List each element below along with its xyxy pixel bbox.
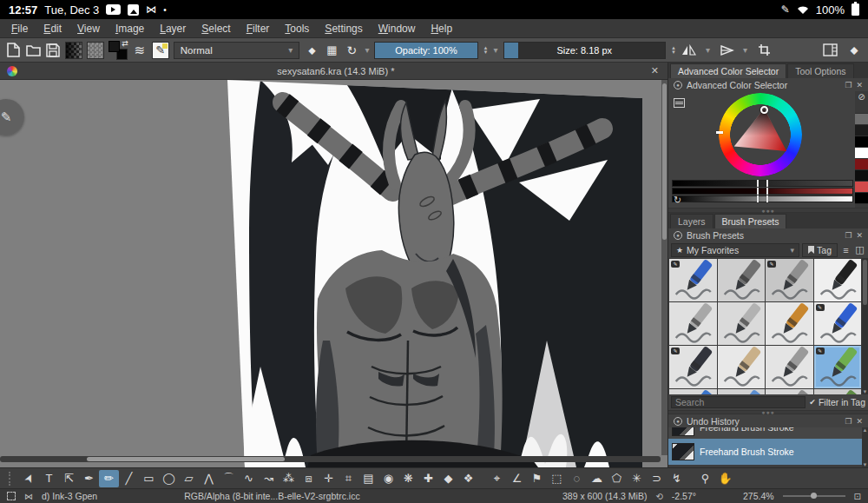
menu-window[interactable]: Window — [371, 21, 424, 36]
select-shapes-tool[interactable]: ➤ — [19, 470, 39, 487]
tab-layers[interactable]: Layers — [670, 214, 713, 228]
brush-preset-thumbnail[interactable] — [814, 259, 862, 301]
polygon-tool[interactable]: ▱ — [179, 470, 199, 487]
close-docker-icon[interactable]: ✕ — [856, 231, 863, 240]
fit-page-icon[interactable]: ⊡ — [854, 492, 861, 501]
edit-shapes-tool[interactable]: ⇱ — [59, 470, 79, 487]
transform-tool[interactable]: ⧈ — [299, 470, 319, 487]
dropdown-handle-icon[interactable]: ▾ — [492, 45, 498, 55]
smart-patch-tool[interactable]: ✚ — [418, 470, 438, 487]
tab-tool-options[interactable]: Tool Options — [787, 63, 853, 78]
magnetic-selection-tool[interactable]: ↯ — [667, 470, 687, 487]
menu-help[interactable]: Help — [423, 21, 460, 36]
docker-lock-icon[interactable]: ● — [674, 81, 682, 89]
filter-in-tag-checkbox[interactable]: ✔ Filter in Tag — [809, 397, 865, 407]
assistants-tool[interactable]: ⌖ — [487, 470, 507, 487]
menu-filter[interactable]: Filter — [239, 21, 278, 36]
toolbox-drag-handle[interactable] — [9, 472, 14, 486]
brush-preset-thumbnail[interactable] — [766, 346, 813, 388]
docker-lock-icon[interactable]: ● — [674, 231, 682, 240]
fill-tool[interactable]: ◆ — [438, 470, 458, 487]
size-spinner[interactable]: ▲▼ — [671, 46, 676, 55]
pan-tool[interactable]: ✋ — [715, 470, 735, 487]
save-document-button[interactable] — [45, 42, 61, 59]
dropdown-handle-icon[interactable]: ▾ — [705, 45, 711, 55]
eraser-mode-button[interactable]: ⬥ — [304, 42, 319, 59]
dropdown-handle-icon[interactable]: ▾ — [364, 45, 370, 55]
text-tool[interactable]: T — [39, 470, 59, 487]
float-docker-icon[interactable]: ❐ — [845, 417, 852, 426]
tab-brush-presets[interactable]: Brush Presets — [714, 214, 787, 228]
canvas-vertical-scrollbar[interactable] — [661, 80, 667, 455]
workspace-chooser-button[interactable] — [821, 42, 838, 59]
mirror-vertical-button[interactable] — [718, 42, 735, 59]
refresh-colors-icon[interactable]: ↻ — [674, 195, 681, 206]
foreground-background-colors-button[interactable]: ⇄ — [108, 41, 128, 60]
document-tab[interactable]: sexysatan6.kra (14.3 MiB) * ✕ — [0, 63, 667, 80]
zoom-level-value[interactable]: 275.4% — [743, 491, 774, 501]
menu-view[interactable]: View — [69, 21, 108, 36]
blending-mode-dropdown[interactable]: Normal ▾ — [174, 42, 300, 59]
selection-mode-icon[interactable]: ⋈ — [24, 492, 33, 501]
history-swatch[interactable] — [855, 148, 868, 159]
freehand-selection-tool[interactable]: ☁ — [587, 470, 607, 487]
history-swatch[interactable] — [855, 193, 868, 204]
selection-display-icon[interactable] — [7, 492, 16, 500]
reference-images-tool[interactable]: ⚑ — [527, 470, 547, 487]
opacity-slider[interactable]: Opacity: 100% — [374, 42, 477, 59]
tag-filter-dropdown[interactable]: ★ My Favorites ▾ — [671, 243, 799, 257]
rotation-icon[interactable]: ⟲ — [655, 492, 662, 501]
freehand-brush-tool[interactable]: ✏ — [99, 470, 119, 487]
rectangle-tool[interactable]: ▭ — [139, 470, 159, 487]
canvas-horizontal-scrollbar[interactable] — [0, 456, 661, 462]
enclose-fill-tool[interactable]: ❖ — [458, 470, 478, 487]
mirror-horizontal-button[interactable] — [681, 42, 698, 59]
crop-tool[interactable]: ⌗ — [339, 470, 358, 487]
elliptical-selection-tool[interactable]: ◌ — [567, 470, 587, 487]
pattern-chooser-button[interactable] — [87, 42, 104, 59]
brush-preset-thumbnail[interactable]: ✎ — [814, 302, 862, 345]
crop-frame-button[interactable] — [755, 42, 773, 59]
brush-preset-thumbnail[interactable]: ✎ — [669, 259, 717, 301]
opacity-spinner[interactable]: ▲▼ — [483, 46, 489, 55]
polyline-tool[interactable]: ⋀ — [199, 470, 219, 487]
brush-preset-thumbnail[interactable]: ✎ — [766, 259, 813, 301]
move-tool[interactable]: ✛ — [319, 470, 339, 487]
brush-preset-thumbnail[interactable] — [718, 389, 766, 394]
history-swatch[interactable] — [855, 159, 868, 170]
rectangular-selection-tool[interactable]: ⬚ — [547, 470, 567, 487]
dropdown-handle-icon[interactable]: ▾ — [742, 45, 748, 55]
lightness-bars[interactable] — [672, 180, 853, 203]
brush-preset-thumbnail[interactable] — [669, 389, 717, 394]
brush-preset-thumbnail[interactable] — [814, 389, 862, 394]
menu-icon[interactable]: ≡ — [840, 245, 852, 255]
float-docker-icon[interactable]: ❐ — [845, 231, 852, 240]
brush-preset-thumbnail[interactable] — [718, 346, 766, 388]
undo-history-entry[interactable]: Freehand Brush Stroke — [668, 427, 868, 439]
history-swatch[interactable] — [855, 170, 868, 182]
display-mode-icon[interactable]: ◫ — [854, 244, 865, 255]
reload-preset-button[interactable]: ↻ — [344, 42, 359, 59]
preset-grid-scrollbar[interactable]: ▼ — [862, 258, 868, 394]
pattern-edit-tool[interactable]: ❋ — [398, 470, 418, 487]
history-swatch[interactable] — [855, 182, 868, 193]
new-document-button[interactable] — [5, 42, 21, 59]
shade-bar-3[interactable] — [672, 195, 853, 202]
dynamic-brush-tool[interactable]: ↝ — [259, 470, 279, 487]
undo-history-entry[interactable]: Freehand Brush Stroke — [668, 439, 868, 465]
menu-tools[interactable]: Tools — [277, 21, 317, 36]
similar-color-selection-tool[interactable]: ✳ — [627, 470, 647, 487]
eraser-icon-button[interactable]: ⬥ — [845, 42, 863, 59]
calligraphy-tool[interactable]: ✒ — [79, 470, 99, 487]
menu-layer[interactable]: Layer — [152, 21, 194, 36]
polygonal-selection-tool[interactable]: ⬠ — [607, 470, 627, 487]
close-docker-icon[interactable]: ✕ — [856, 417, 863, 426]
brush-editor-button[interactable]: ✎ — [152, 42, 169, 59]
brush-preset-thumbnail[interactable]: ✎ — [669, 346, 717, 388]
brush-size-slider[interactable]: Size: 8.18 px — [503, 42, 667, 59]
freehand-path-tool[interactable]: ∿ — [239, 470, 259, 487]
menu-settings[interactable]: Settings — [317, 21, 370, 36]
history-swatch[interactable] — [855, 114, 868, 125]
line-tool[interactable]: ╱ — [119, 470, 139, 487]
menu-file[interactable]: File — [3, 21, 36, 36]
